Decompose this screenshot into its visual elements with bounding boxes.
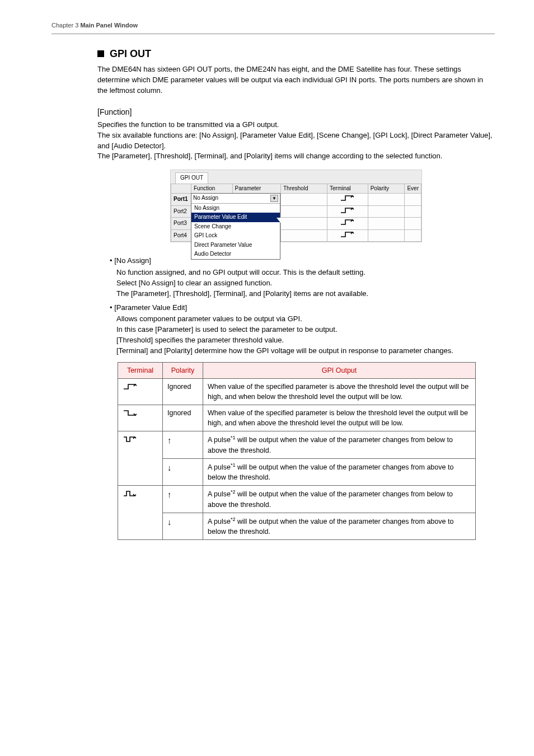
pve-title: [Parameter Value Edit] bbox=[110, 303, 495, 313]
port3-label: Port3 bbox=[171, 218, 191, 230]
output-cell: When value of the specified parameter is… bbox=[203, 405, 476, 431]
col-threshold: Threshold bbox=[280, 184, 327, 194]
dropdown-option[interactable]: Scene Change bbox=[191, 222, 280, 232]
arrow-up-icon: ↑ bbox=[163, 431, 203, 458]
step-up-icon bbox=[340, 206, 355, 214]
chapter-prefix: Chapter 3 bbox=[51, 22, 80, 29]
terminal-pulse-up-icon bbox=[118, 486, 163, 540]
col-function: Function bbox=[191, 184, 233, 194]
gpi-out-tab[interactable]: GPI OUT bbox=[175, 172, 208, 184]
port1-label: Port1 bbox=[171, 194, 191, 206]
pve-l4: [Terminal] and [Polarity] determine how … bbox=[116, 346, 495, 356]
polarity-cell: Ignored bbox=[163, 405, 203, 431]
arrow-down-icon: ↓ bbox=[163, 513, 203, 539]
col-parameter: Parameter bbox=[232, 184, 280, 194]
no-assign-l3: The [Parameter], [Threshold], [Terminal]… bbox=[116, 289, 495, 299]
pve-l3: [Threshold] specifies the parameter thre… bbox=[116, 335, 495, 346]
step-up-icon bbox=[340, 231, 355, 238]
pve-l2: In this case [Parameter] is used to sele… bbox=[116, 325, 495, 335]
function-line1: Specifies the function to be transmitted… bbox=[97, 120, 495, 130]
terminal-falling-step-icon bbox=[118, 405, 163, 431]
no-assign-title: [No Assign] bbox=[110, 256, 495, 266]
gpi-output-table: Terminal Polarity GPI Output Ignored Whe… bbox=[118, 362, 476, 540]
terminal-icon-cell bbox=[327, 194, 368, 206]
th-polarity: Polarity bbox=[163, 362, 203, 378]
col-terminal: Terminal bbox=[327, 184, 368, 194]
output-cell: A pulse*2 will be output when the value … bbox=[203, 513, 476, 539]
col-polarity: Polarity bbox=[368, 184, 405, 194]
step-up-icon bbox=[340, 194, 355, 202]
intro-paragraph: The DME64N has sixteen GPI OUT ports, th… bbox=[97, 64, 495, 96]
port1-function-cell[interactable]: No Assign ▼ No Assign Parameter Value Ed… bbox=[191, 194, 233, 206]
terminal-pulse-down-icon bbox=[118, 431, 163, 486]
dropdown-option[interactable]: GPI Lock bbox=[191, 231, 280, 241]
function-dropdown[interactable]: No Assign ▼ No Assign Parameter Value Ed… bbox=[191, 193, 280, 260]
port4-label: Port4 bbox=[171, 229, 191, 242]
dropdown-option[interactable]: Audio Detector bbox=[191, 250, 280, 259]
dropdown-selected: No Assign bbox=[193, 194, 218, 203]
gpi-out-screenshot: GPI OUT Function Parameter Threshold Ter… bbox=[170, 170, 422, 242]
arrow-down-icon: ↓ bbox=[163, 458, 203, 485]
output-cell: A pulse*2 will be output when the value … bbox=[203, 486, 476, 513]
col-ever: Ever bbox=[405, 184, 421, 194]
output-cell: A pulse*1 will be output when the value … bbox=[203, 458, 476, 485]
running-header: Chapter 3 Main Panel Window bbox=[51, 21, 495, 34]
step-up-icon bbox=[340, 218, 355, 226]
arrow-up-icon: ↑ bbox=[163, 486, 203, 513]
port2-label: Port2 bbox=[171, 205, 191, 218]
polarity-cell: Ignored bbox=[163, 378, 203, 405]
no-assign-l1: No function assigned, and no GPI output … bbox=[116, 267, 495, 278]
chevron-down-icon[interactable]: ▼ bbox=[270, 195, 278, 202]
function-line3: The [Parameter], [Threshold], [Terminal]… bbox=[97, 151, 495, 162]
dropdown-option[interactable]: Direct Parameter Value bbox=[191, 241, 280, 250]
output-cell: A pulse*1 will be output when the value … bbox=[203, 431, 476, 458]
th-output: GPI Output bbox=[203, 362, 476, 378]
heading-gpi-out: GPI OUT bbox=[110, 46, 151, 61]
function-subhead: [Function] bbox=[97, 106, 495, 118]
no-assign-l2: Select [No Assign] to clear an assigned … bbox=[116, 278, 495, 289]
square-bullet-icon bbox=[97, 50, 104, 57]
output-cell: When value of the specified parameter is… bbox=[203, 378, 476, 405]
gpi-table: Function Parameter Threshold Terminal Po… bbox=[171, 184, 421, 242]
dropdown-option[interactable]: No Assign bbox=[191, 204, 280, 213]
section-heading: GPI OUT bbox=[97, 46, 495, 61]
th-terminal: Terminal bbox=[118, 362, 163, 378]
function-line2: The six available functions are: [No Ass… bbox=[97, 130, 495, 152]
pve-l1: Allows component parameter values to be … bbox=[116, 314, 495, 325]
terminal-rising-step-icon bbox=[118, 378, 163, 405]
chapter-title: Main Panel Window bbox=[80, 22, 138, 29]
dropdown-option-highlighted[interactable]: Parameter Value Edit bbox=[191, 213, 280, 222]
